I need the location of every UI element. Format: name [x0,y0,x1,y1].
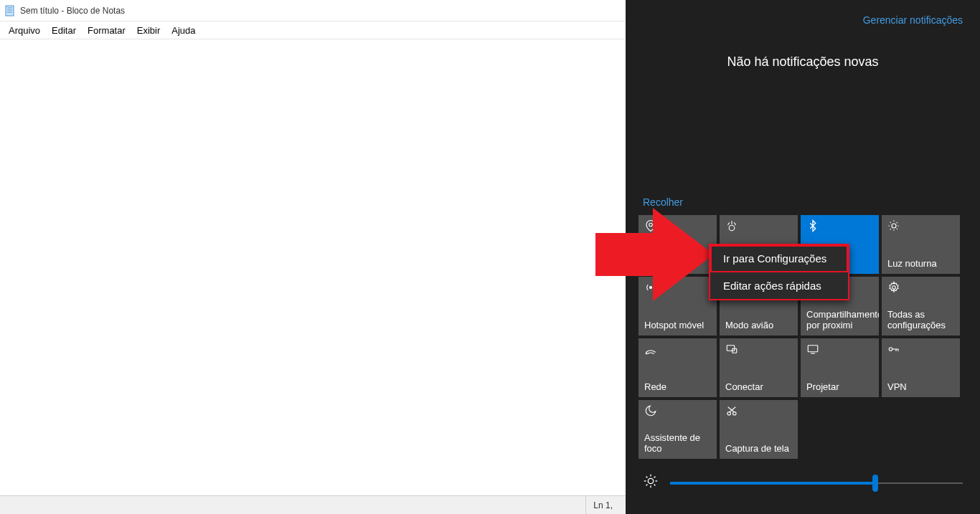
tile-label: VPN [887,382,956,393]
battery-icon [725,219,792,235]
status-line-col: Ln 1, [585,496,620,514]
tile-vpn[interactable]: VPN [882,338,960,397]
brightness-slider[interactable] [670,475,963,492]
window-title: Sem título - Bloco de Notas [20,6,125,16]
tile-label: Hotspot móvel [644,320,712,331]
tile-screen-snip[interactable]: Captura de tela [720,400,798,459]
snip-icon [725,404,792,420]
tile-all-settings[interactable]: Todas as configurações [882,277,960,335]
svg-line-38 [654,485,656,486]
context-menu-edit-quick-actions[interactable]: Editar ações rápidas [710,272,848,299]
bluetooth-icon [806,219,873,235]
action-center-header: Gerenciar notificações [626,0,980,33]
tile-label: Luz noturna [887,259,956,270]
context-menu: Ir para Configurações Editar ações rápid… [709,244,849,300]
menu-editar[interactable]: Editar [46,24,82,37]
svg-marker-41 [595,208,714,301]
svg-line-14 [890,229,892,230]
svg-line-12 [890,222,892,224]
svg-line-39 [646,485,648,486]
svg-point-32 [648,478,653,483]
tile-label: Modo avião [725,320,793,331]
svg-point-18 [892,286,896,290]
svg-rect-20 [727,346,735,351]
text-editor[interactable] [0,39,626,495]
svg-point-5 [729,225,735,231]
menu-formatar[interactable]: Formatar [82,24,131,37]
vpn-icon [887,343,954,358]
notepad-icon [4,5,16,16]
tile-label: Projetar [806,382,875,393]
menu-exibir[interactable]: Exibir [131,24,166,37]
tile-label: Conectar [725,382,793,393]
svg-line-15 [897,222,898,224]
context-menu-goto-settings[interactable]: Ir para Configurações [710,245,848,272]
svg-point-19 [646,353,647,354]
tile-label: Captura de tela [725,444,793,454]
tile-label: Compartilhamento por proximi [806,310,875,331]
svg-line-37 [646,477,648,478]
slider-thumb[interactable] [872,475,878,492]
tile-label: Todas as configurações [887,310,956,331]
tile-connect[interactable]: Conectar [720,338,798,397]
notepad-window: Sem título - Bloco de Notas Arquivo Edit… [0,0,626,514]
settings-icon [887,281,954,297]
svg-line-40 [654,477,656,478]
svg-point-24 [889,348,892,351]
statusbar: Ln 1, [0,495,626,514]
tile-focus-assist[interactable]: Assistente de foco [639,400,717,459]
focus-icon [644,404,711,420]
manage-notifications-link[interactable]: Gerenciar notificações [863,14,963,26]
brightness-icon [643,473,659,492]
network-icon [644,343,711,358]
tile-label: Rede [644,382,712,393]
brightness-control [626,459,980,492]
svg-rect-0 [6,6,14,16]
project-icon [806,343,873,358]
tile-label: Assistente de foco [644,433,712,454]
svg-rect-22 [808,346,818,352]
annotation-arrow [595,201,717,308]
no-notifications-text: Não há notificações novas [626,33,980,127]
svg-line-13 [897,229,898,230]
slider-fill [670,482,875,485]
menu-ajuda[interactable]: Ajuda [166,24,201,37]
titlebar[interactable]: Sem título - Bloco de Notas [0,0,626,22]
menubar: Arquivo Editar Formatar Exibir Ajuda [0,22,626,39]
tile-night-light[interactable]: Luz noturna [882,215,960,274]
nightlight-icon [887,219,954,235]
connect-icon [725,343,792,358]
tile-network[interactable]: Rede [639,338,717,397]
tile-project[interactable]: Projetar [801,338,879,397]
menu-arquivo[interactable]: Arquivo [3,24,46,37]
svg-point-7 [892,224,896,228]
